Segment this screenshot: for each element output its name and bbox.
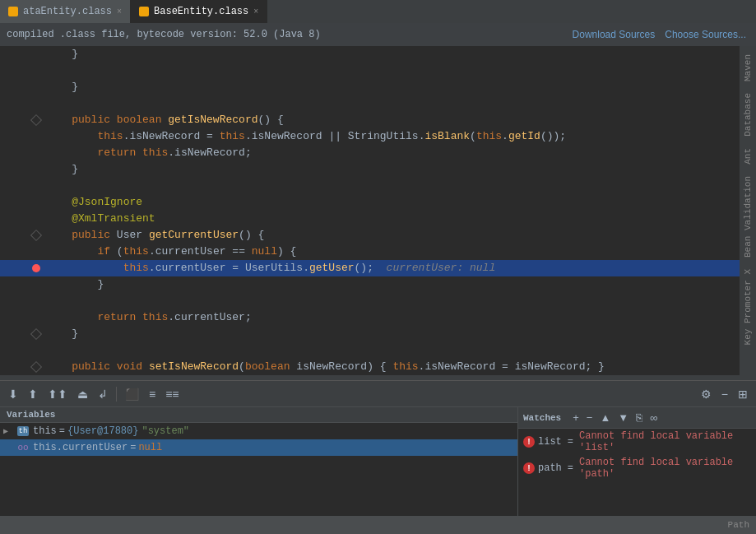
- diamond-icon: [30, 230, 42, 241]
- line-number: [0, 46, 30, 63]
- code-line-highlighted: this.currentUser = UserUtils.getUser(); …: [0, 260, 740, 276]
- settings-button[interactable]: ⚙: [698, 386, 715, 402]
- step-out-button[interactable]: ⬆⬆: [44, 386, 71, 402]
- sidebar-tab-maven[interactable]: Maven: [741, 49, 754, 86]
- gutter-icon: [30, 359, 43, 375]
- code-line: public User getCurrentUser() {: [0, 227, 740, 244]
- code-line: [0, 293, 740, 309]
- gutter-icon-breakpoint: [30, 260, 43, 276]
- watch-row-path[interactable]: ! path = Cannot find local variable 'pat…: [518, 455, 756, 481]
- line-content: this.currentUser = UserUtils.getUser(); …: [43, 260, 740, 276]
- frames-button[interactable]: ≡: [146, 386, 159, 402]
- line-content: }: [43, 326, 740, 342]
- watch-down-button[interactable]: ▼: [615, 411, 631, 425]
- tab-close-active[interactable]: ×: [253, 7, 258, 16]
- var-equals: =: [59, 425, 65, 437]
- gutter-icon: [30, 293, 43, 309]
- code-container[interactable]: } }: [0, 46, 740, 380]
- line-content: return this.currentUser;: [43, 309, 740, 326]
- code-line: return this.currentUser;: [0, 309, 740, 326]
- line-content: public boolean getIsNewRecord() {: [43, 112, 740, 128]
- threads-button[interactable]: ≡≡: [162, 386, 182, 402]
- watch-name: list: [538, 436, 562, 448]
- code-line: [0, 178, 740, 194]
- toolbar-separator: [116, 387, 117, 402]
- code-line: if (this.currentUser == null) {: [0, 244, 740, 260]
- watches-header: Watches: [523, 413, 561, 423]
- gutter-icon: [30, 326, 43, 342]
- gutter-icon: [30, 63, 43, 79]
- step-over-button[interactable]: ⬇: [5, 386, 21, 402]
- sidebar-tab-key-promoter[interactable]: Key Promoter X: [741, 264, 754, 350]
- line-content: [43, 342, 740, 359]
- line-number: [0, 260, 30, 276]
- line-number: [0, 326, 30, 342]
- debug-toolbar: ⬇ ⬆ ⬆⬆ ⏏ ↲ ⬛ ≡ ≡≡ ⚙ − ⊞: [0, 381, 756, 407]
- line-number: [0, 244, 30, 260]
- watch-equals: =: [568, 462, 573, 474]
- info-actions: Download Sources Choose Sources...: [569, 27, 749, 42]
- gutter-icon: [30, 95, 43, 112]
- expand-icon[interactable]: ▶: [3, 426, 16, 436]
- code-line: [0, 63, 740, 79]
- watch-add-button[interactable]: +: [570, 411, 582, 425]
- tab-dataentity[interactable]: ataEntity.class ×: [0, 0, 131, 23]
- tab-label-active: BaseEntity.class: [154, 6, 248, 17]
- code-line: }: [0, 46, 740, 63]
- tab-close[interactable]: ×: [117, 7, 122, 16]
- breakpoint-icon: [32, 264, 40, 272]
- var-string-value: "system": [141, 425, 189, 437]
- gutter-icon: [30, 194, 43, 211]
- line-content: return this.isNewRecord;: [43, 145, 740, 161]
- line-number: [0, 276, 30, 293]
- watch-row-list[interactable]: ! list = Cannot find local variable 'lis…: [518, 429, 756, 455]
- variables-header: Variables: [0, 407, 517, 423]
- line-content: [43, 95, 740, 112]
- sidebar-tab-bean-validation[interactable]: Bean Validation: [741, 171, 754, 262]
- tab-icon-active: [139, 7, 149, 16]
- watch-infinity-button[interactable]: ∞: [647, 411, 660, 425]
- sidebar-tab-database[interactable]: Database: [741, 88, 754, 142]
- line-content: }: [43, 161, 740, 178]
- right-sidebar: Maven Database Ant Bean Validation Key P…: [740, 46, 756, 380]
- line-number: [0, 342, 30, 359]
- line-content: [43, 293, 740, 309]
- line-content: }: [43, 276, 740, 293]
- watches-content[interactable]: ! list = Cannot find local variable 'lis…: [518, 429, 756, 516]
- horizontal-scrollbar[interactable]: [0, 375, 740, 380]
- step-into-button[interactable]: ⬆: [25, 386, 41, 402]
- stop-button[interactable]: ⬛: [122, 386, 142, 402]
- var-equals: =: [130, 442, 136, 453]
- code-line: @XmlTransient: [0, 211, 740, 227]
- variables-content[interactable]: ▶ th this = {User@17880} "system" oo thi…: [0, 423, 517, 516]
- minimize-button[interactable]: −: [718, 386, 731, 402]
- var-name: this: [33, 425, 57, 437]
- tab-baseentity[interactable]: BaseEntity.class ×: [131, 0, 267, 23]
- sidebar-tab-ant[interactable]: Ant: [741, 143, 754, 169]
- editor-area: } }: [0, 46, 756, 380]
- watch-copy-button[interactable]: ⎘: [633, 411, 645, 425]
- code-line: this.isNewRecord = this.isNewRecord || S…: [0, 128, 740, 145]
- watch-up-button[interactable]: ▲: [597, 411, 613, 425]
- var-null-value: null: [138, 442, 162, 453]
- variable-row-this[interactable]: ▶ th this = {User@17880} "system": [0, 423, 517, 439]
- line-number: [0, 112, 30, 128]
- download-sources-button[interactable]: Download Sources: [569, 27, 659, 42]
- variable-row-currentuser[interactable]: oo this.currentUser = null: [0, 439, 517, 456]
- tab-label: ataEntity.class: [23, 6, 112, 17]
- code-lines[interactable]: } }: [0, 46, 740, 380]
- watch-error-message: Cannot find local variable 'list': [579, 430, 751, 453]
- gutter-icon: [30, 276, 43, 293]
- run-to-cursor-button[interactable]: ⏏: [74, 386, 91, 402]
- line-content: public void setIsNewRecord(boolean isNew…: [43, 359, 740, 375]
- line-number: [0, 63, 30, 79]
- line-number: [0, 128, 30, 145]
- line-number: [0, 145, 30, 161]
- choose-sources-button[interactable]: Choose Sources...: [661, 27, 749, 42]
- line-number: [0, 95, 30, 112]
- watch-remove-button[interactable]: −: [584, 411, 596, 425]
- status-bar: Path: [0, 516, 756, 534]
- evaluate-button[interactable]: ↲: [95, 386, 111, 402]
- gutter-icon: [30, 145, 43, 161]
- layout-button[interactable]: ⊞: [735, 386, 751, 402]
